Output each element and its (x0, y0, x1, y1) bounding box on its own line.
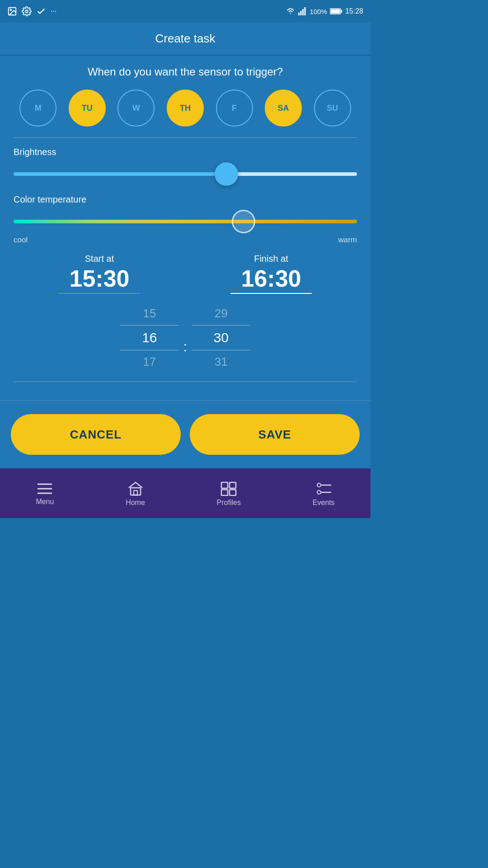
action-buttons: CANCEL SAVE (0, 400, 371, 468)
hour-prev: 15 (143, 303, 156, 324)
svg-rect-5 (302, 9, 304, 15)
time-picker[interactable]: 15 16 17 : 29 30 31 (14, 303, 357, 373)
cancel-button[interactable]: CANCEL (11, 414, 181, 455)
day-tuesday[interactable]: TU (69, 90, 106, 127)
divider-1 (14, 137, 357, 138)
finish-label: Finish at (185, 254, 357, 264)
check-icon (36, 6, 46, 16)
svg-rect-17 (221, 490, 228, 495)
svg-point-1 (10, 9, 11, 10)
start-time-value[interactable]: 15:30 (14, 267, 185, 290)
day-thursday[interactable]: TH (167, 90, 204, 127)
hour-divider-bottom (120, 350, 179, 350)
svg-rect-3 (298, 13, 300, 15)
temp-labels: cool warm (14, 236, 357, 245)
more-dots: ··· (51, 7, 56, 15)
bottom-nav: Menu Home Profiles Events (0, 468, 371, 518)
signal-icon (298, 7, 307, 15)
hour-current[interactable]: 16 (142, 326, 157, 349)
home-icon (128, 481, 143, 496)
day-saturday[interactable]: SA (265, 90, 302, 127)
color-temp-slider-container[interactable] (14, 210, 357, 233)
nav-profiles-label: Profiles (217, 499, 241, 507)
svg-rect-15 (221, 482, 228, 488)
battery-text: 100% (310, 8, 327, 15)
color-temp-thumb[interactable] (232, 210, 255, 233)
hour-divider-top (120, 325, 179, 326)
day-friday[interactable]: F (216, 90, 253, 127)
color-temp-section: Color temperature cool warm (14, 194, 357, 245)
svg-rect-6 (304, 7, 305, 15)
minute-divider-bottom (192, 350, 250, 350)
profiles-icon (221, 481, 237, 496)
time-colon: : (179, 339, 192, 354)
events-icon (315, 481, 332, 496)
main-content: When do you want the sensor to trigger? … (0, 56, 371, 400)
color-temp-track (14, 220, 357, 223)
gallery-icon (7, 6, 17, 16)
menu-icon (37, 482, 52, 495)
minute-prev: 29 (215, 303, 228, 324)
nav-profiles[interactable]: Profiles (217, 481, 241, 507)
status-left: ··· (7, 6, 56, 16)
hour-column[interactable]: 15 16 17 (120, 303, 179, 373)
finish-time-block: Finish at 16:30 (185, 254, 357, 294)
wifi-icon (286, 7, 296, 15)
svg-point-2 (25, 10, 28, 13)
hour-next: 17 (143, 351, 156, 373)
start-label: Start at (14, 254, 185, 264)
nav-menu-label: Menu (36, 498, 54, 506)
nav-events[interactable]: Events (313, 481, 335, 507)
minute-current[interactable]: 30 (213, 326, 228, 349)
day-selector: M TU W TH F SA SU (14, 90, 357, 127)
clock-display: 15:28 (345, 7, 363, 15)
start-underline (59, 293, 140, 294)
svg-rect-13 (131, 488, 141, 495)
start-time-block: Start at 15:30 (14, 254, 185, 294)
minute-column[interactable]: 29 30 31 (192, 303, 250, 373)
minute-next: 31 (215, 351, 228, 373)
svg-point-20 (317, 491, 321, 494)
warm-label: warm (338, 236, 357, 245)
nav-home[interactable]: Home (126, 481, 145, 507)
day-wednesday[interactable]: W (117, 90, 155, 127)
svg-rect-14 (134, 491, 137, 495)
status-right: 100% 15:28 (286, 7, 363, 15)
nav-home-label: Home (126, 499, 145, 507)
battery-icon (330, 8, 343, 15)
cool-label: cool (14, 236, 28, 245)
time-section: Start at 15:30 Finish at 16:30 (14, 254, 357, 294)
save-button[interactable]: SAVE (190, 414, 360, 455)
nav-menu[interactable]: Menu (36, 482, 54, 506)
svg-rect-18 (230, 490, 236, 495)
finish-time-value[interactable]: 16:30 (185, 267, 357, 290)
brightness-track (14, 172, 357, 176)
svg-point-19 (317, 483, 321, 487)
svg-rect-16 (230, 482, 236, 488)
svg-rect-4 (300, 11, 301, 15)
day-sunday[interactable]: SU (314, 90, 351, 127)
app-header: Create task (0, 23, 371, 56)
nav-events-label: Events (313, 499, 335, 507)
page-title: Create task (9, 32, 361, 46)
divider-2 (14, 382, 357, 382)
settings-icon (22, 6, 32, 16)
brightness-slider-container[interactable] (14, 163, 357, 185)
color-temp-label: Color temperature (14, 194, 357, 205)
svg-rect-9 (330, 9, 340, 14)
minute-divider-top (192, 325, 250, 326)
trigger-question: When do you want the sensor to trigger? (14, 65, 357, 79)
finish-underline (230, 293, 312, 294)
day-monday[interactable]: M (19, 90, 56, 127)
svg-rect-8 (341, 10, 342, 13)
brightness-section: Brightness (14, 147, 357, 185)
brightness-label: Brightness (14, 147, 357, 157)
brightness-thumb[interactable] (215, 162, 238, 186)
status-bar: ··· 100% 15:28 (0, 0, 371, 23)
